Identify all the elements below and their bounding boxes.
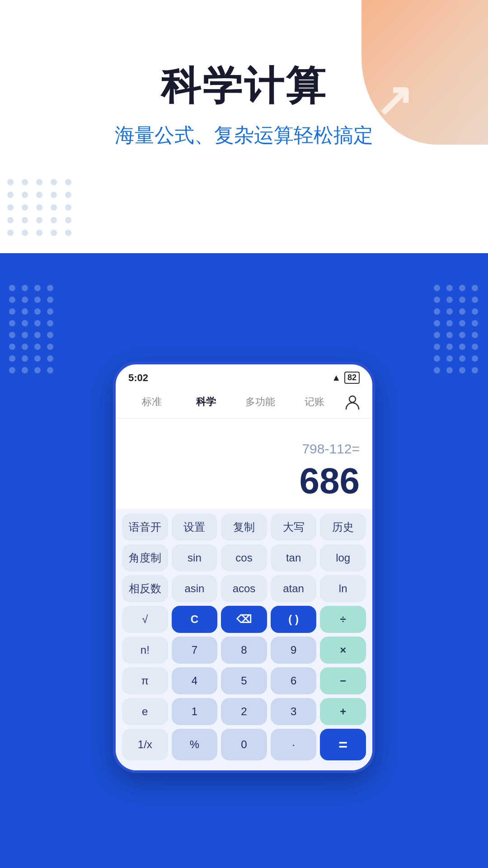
tab-standard[interactable]: 标准 [125,392,179,411]
btn-0[interactable]: 0 [221,729,267,760]
nav-tabs: 标准 科学 多功能 记账 [116,387,372,419]
wifi-icon: ▲ [332,373,341,383]
battery-icon: 82 [344,372,360,384]
button-row-8: 1/x % 0 · = [122,729,366,760]
btn-negate[interactable]: 相反数 [122,575,168,602]
phone-mockup: 5:02 ▲ 82 标准 科学 多功能 记账 798-112= 686 语音开 … [113,362,375,773]
btn-divide[interactable]: ÷ [320,606,366,633]
btn-8[interactable]: 8 [221,637,267,664]
btn-history[interactable]: 历史 [320,514,366,541]
button-row-7: e 1 2 3 + [122,698,366,725]
button-row-6: π 4 5 6 − [122,667,366,694]
btn-voice[interactable]: 语音开 [122,514,168,541]
status-bar: 5:02 ▲ 82 [116,364,372,387]
blue-dot-decoration-left [5,280,59,378]
button-row-4: √ C ⌫ ( ) ÷ [122,606,366,633]
profile-button[interactable] [342,391,363,413]
btn-backspace[interactable]: ⌫ [221,606,267,633]
btn-equals[interactable]: = [320,729,366,760]
btn-reciprocal[interactable]: 1/x [122,729,168,760]
page-subtitle: 海量公式、复杂运算轻松搞定 [115,122,373,149]
display-area: 798-112= 686 [116,419,372,509]
btn-subtract[interactable]: − [320,667,366,694]
btn-settings[interactable]: 设置 [172,514,218,541]
btn-asin[interactable]: asin [172,575,218,602]
button-row-2: 角度制 sin cos tan log [122,544,366,571]
btn-atan[interactable]: atan [271,575,317,602]
btn-factorial[interactable]: n! [122,637,168,664]
btn-decimal[interactable]: · [271,729,317,760]
calculator-buttons: 语音开 设置 复制 大写 历史 角度制 sin cos tan log 相反数 … [116,509,372,770]
btn-copy[interactable]: 复制 [221,514,267,541]
btn-log[interactable]: log [320,544,366,571]
btn-cos[interactable]: cos [221,544,267,571]
btn-5[interactable]: 5 [221,667,267,694]
btn-tan[interactable]: tan [271,544,317,571]
btn-acos[interactable]: acos [221,575,267,602]
button-row-1: 语音开 设置 复制 大写 历史 [122,514,366,541]
btn-percent[interactable]: % [172,729,218,760]
tab-multifunction[interactable]: 多功能 [233,392,287,411]
button-row-3: 相反数 asin acos atan ln [122,575,366,602]
btn-sin[interactable]: sin [172,544,218,571]
blue-dot-decoration-right [429,280,483,378]
btn-sqrt[interactable]: √ [122,606,168,633]
tab-science[interactable]: 科学 [179,392,233,411]
btn-6[interactable]: 6 [271,667,317,694]
button-row-5: n! 7 8 9 × [122,637,366,664]
btn-1[interactable]: 1 [172,698,218,725]
btn-degree[interactable]: 角度制 [122,544,168,571]
btn-ln[interactable]: ln [320,575,366,602]
result-display: 686 [300,460,360,502]
btn-7[interactable]: 7 [172,637,218,664]
page-title: 科学计算 [161,59,327,113]
btn-e[interactable]: e [122,698,168,725]
btn-pi[interactable]: π [122,667,168,694]
btn-parens[interactable]: ( ) [271,606,317,633]
btn-multiply[interactable]: × [320,637,366,664]
btn-add[interactable]: + [320,698,366,725]
btn-4[interactable]: 4 [172,667,218,694]
svg-point-0 [349,396,356,402]
btn-9[interactable]: 9 [271,637,317,664]
btn-3[interactable]: 3 [271,698,317,725]
tab-accounting[interactable]: 记账 [287,392,342,411]
expression-display: 798-112= [302,441,360,457]
status-time: 5:02 [128,372,148,384]
btn-uppercase[interactable]: 大写 [271,514,317,541]
btn-2[interactable]: 2 [221,698,267,725]
btn-clear[interactable]: C [172,606,218,633]
